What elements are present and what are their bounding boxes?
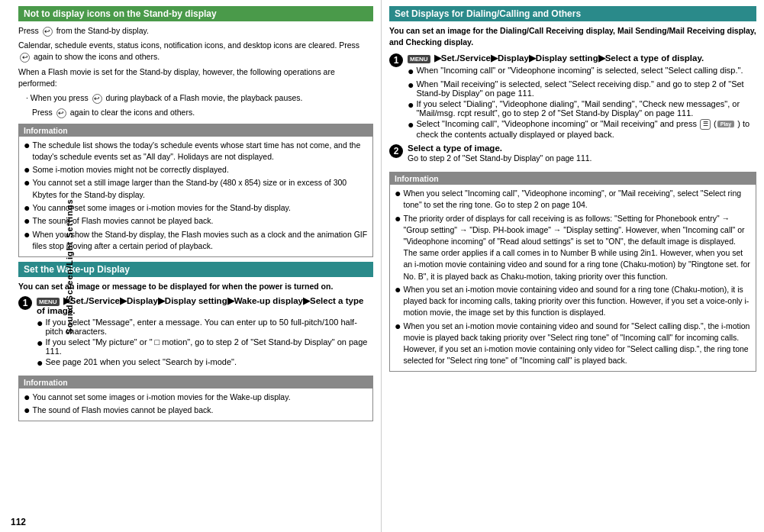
right-info-box-header: Information <box>390 172 756 185</box>
info1-bullet-1: ● The schedule list shows the today's sc… <box>24 140 368 163</box>
section1-sub2: Press ↩ again to clear the icons and oth… <box>32 107 373 118</box>
page-number: 112 <box>11 517 26 527</box>
right-step1-bullet-4: ● Select "Incoming call", "Videophone in… <box>408 119 756 139</box>
right-step2-row: 2 Select a type of image. Go to step 2 o… <box>389 143 756 167</box>
info2-bullet-2: ● The sound of Flash movies cannot be pl… <box>24 405 368 416</box>
right-step2-text-bold: Select a type of image. <box>408 143 756 153</box>
section1-body1: Press ↩ from the Stand-by display. <box>18 25 373 37</box>
info1-bullet-3: ● You cannot set a still image larger th… <box>24 177 368 200</box>
right-info-box: Information ● When you select "Incoming … <box>389 172 756 372</box>
right-step1-content: MENU ▶Set./Service▶Display▶Display setti… <box>408 53 756 140</box>
right-info-bullet-1: ● When you select "Incoming call", "Vide… <box>395 188 751 211</box>
right-info-bullet-3: ● When you set an i-motion movie contain… <box>395 284 751 319</box>
step1-bullet-3: ● See page 201 when you select "Search b… <box>37 357 373 369</box>
right-step1-number: 1 <box>389 53 403 67</box>
info-box-2: Information ● You cannot set some images… <box>18 376 373 422</box>
info-box-1-header: Information <box>19 124 372 137</box>
right-step2-content: Select a type of image. Go to step 2 of … <box>408 143 756 167</box>
info1-bullet-5: ● The sound of Flash movies cannot be pl… <box>24 215 368 227</box>
info-box-2-header: Information <box>19 376 372 389</box>
left-panel: Sound/Screen/Light Settings Not to displ… <box>0 0 382 532</box>
info1-bullet-2: ● Some i-motion movies might not be corr… <box>24 164 368 176</box>
step1-content: MENU ▶Set./Service▶Display▶Display setti… <box>37 295 373 370</box>
right-info-bullet-4: ● When you set an i-motion movie contain… <box>395 321 751 367</box>
section1-body3: When a Flash movie is set for the Stand-… <box>18 66 373 89</box>
info2-bullet-1: ● You cannot set some images or i-motion… <box>24 392 368 403</box>
right-info-box-content: ● When you select "Incoming call", "Vide… <box>390 185 756 371</box>
play-icon: Play <box>717 121 734 127</box>
step1-text: MENU ▶Set./Service▶Display▶Display setti… <box>37 295 373 315</box>
section1-title: Not to display icons on the Stand-by dis… <box>18 6 373 21</box>
right-info-bullet-2: ● The priority order of displays for cal… <box>395 213 751 282</box>
right-menu-icon: MENU <box>408 55 430 63</box>
right-intro: You can set an image for the Dialing/Cal… <box>389 25 756 48</box>
right-step1-text: MENU ▶Set./Service▶Display▶Display setti… <box>408 53 756 63</box>
sidebar-label: Sound/Screen/Light Settings <box>65 198 74 334</box>
info1-bullet-6: ● When you show the Stand-by display, th… <box>24 229 368 252</box>
section1-sub1: · When you press ↩ during playback of a … <box>26 92 373 104</box>
right-step1-bullet-3: ● If you select "Dialing", "Videophone d… <box>408 99 756 118</box>
right-section-title: Set Displays for Dialing/Calling and Oth… <box>389 6 756 21</box>
info-box-2-content: ● You cannot set some images or i-motion… <box>19 389 372 421</box>
right-step1-row: 1 MENU ▶Set./Service▶Display▶Display set… <box>389 53 756 140</box>
step1-number: 1 <box>18 296 32 310</box>
menu-icon: MENU <box>37 298 60 306</box>
right-step2-text: Go to step 2 of "Set Stand-by Display" o… <box>408 153 756 164</box>
step1-bullet-2: ● If you select "My picture" or " □ moti… <box>37 337 373 356</box>
right-panel: Set Displays for Dialing/Calling and Oth… <box>382 0 764 532</box>
info1-bullet-4: ● You cannot set some images or i-motion… <box>24 202 368 214</box>
step1-bullet-1: ● If you select "Message", enter a messa… <box>37 318 373 336</box>
right-step1-bullet-2: ● When "Mail receiving" is selected, sel… <box>408 79 756 98</box>
section1-body2: Calendar, schedule events, status icons,… <box>18 40 373 63</box>
right-step1-bullet-1: ● When "Incoming call" or "Videophone in… <box>408 66 756 77</box>
right-step2-number: 2 <box>389 144 403 158</box>
